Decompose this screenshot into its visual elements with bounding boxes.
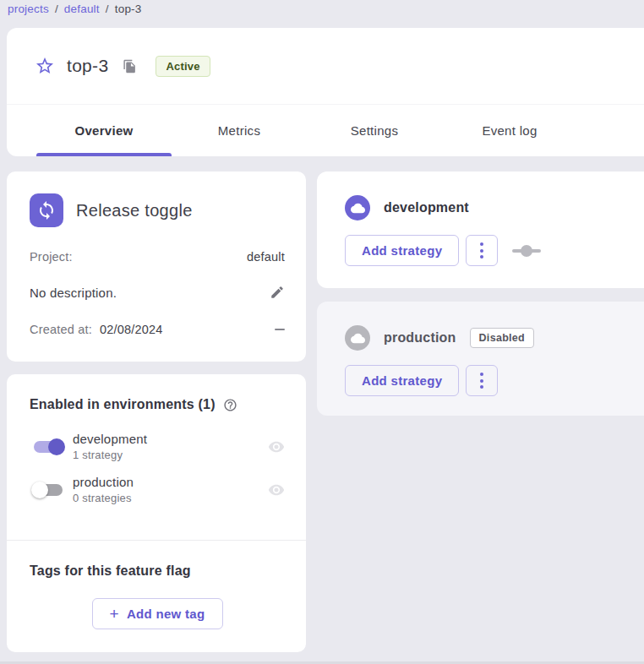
- collapse-button[interactable]: [275, 329, 285, 330]
- help-icon[interactable]: [223, 398, 237, 412]
- minus-icon: [275, 329, 285, 330]
- page-title: top-3: [67, 56, 108, 76]
- copy-icon[interactable]: [123, 58, 138, 73]
- eye-icon[interactable]: [268, 438, 285, 455]
- kebab-icon: [480, 242, 483, 246]
- eye-icon[interactable]: [268, 482, 285, 498]
- connector-node-icon: [512, 245, 541, 257]
- environment-panel-name: production: [384, 330, 456, 346]
- environment-strategy-count: 0 strategies: [73, 492, 268, 504]
- environments-title: Enabled in environments (1): [30, 397, 216, 412]
- release-toggle-icon: [30, 193, 63, 227]
- cloud-icon: [345, 325, 370, 351]
- project-row: Project: default: [7, 250, 306, 264]
- breadcrumb-current: top-3: [115, 3, 142, 15]
- created-at-value: 02/08/2024: [100, 323, 163, 336]
- description-text: No description.: [30, 286, 117, 300]
- add-strategy-button[interactable]: Add strategy: [345, 235, 459, 266]
- production-environment-panel: production Disabled Add strategy: [317, 302, 644, 416]
- flag-type-row: Release toggle: [7, 171, 306, 227]
- flag-type-label: Release toggle: [76, 201, 193, 220]
- environment-strategy-count: 1 strategy: [73, 449, 268, 461]
- more-options-button[interactable]: [466, 365, 498, 396]
- environment-name: development: [73, 432, 268, 446]
- development-environment-panel: development Add strategy: [317, 171, 644, 288]
- tab-bar: Overview Metrics Settings Event log: [7, 104, 644, 156]
- project-label: Project:: [30, 250, 73, 264]
- breadcrumb-link-projects[interactable]: projects: [8, 3, 49, 15]
- more-options-button[interactable]: [466, 235, 498, 266]
- flag-details-card: Release toggle Project: default No descr…: [7, 171, 306, 362]
- breadcrumb-separator: /: [106, 3, 109, 15]
- production-toggle[interactable]: [30, 480, 67, 500]
- description-row: No description.: [7, 285, 306, 300]
- project-value: default: [247, 250, 285, 264]
- created-at-row: Created at: 02/08/2024: [7, 323, 306, 336]
- tab-settings[interactable]: Settings: [307, 105, 442, 156]
- tab-metrics[interactable]: Metrics: [172, 105, 307, 156]
- tab-overview[interactable]: Overview: [36, 105, 172, 156]
- environment-row-production: production 0 strategies: [30, 475, 285, 504]
- pencil-icon: [270, 285, 285, 300]
- add-strategy-button[interactable]: Add strategy: [345, 365, 459, 396]
- status-badge: Active: [156, 56, 210, 77]
- breadcrumb-separator: /: [55, 3, 58, 15]
- tags-section: Tags for this feature flag + Add new tag: [7, 541, 306, 629]
- environment-row-development: development 1 strategy: [30, 432, 285, 461]
- add-new-tag-button[interactable]: + Add new tag: [92, 598, 223, 629]
- tab-event-log[interactable]: Event log: [442, 105, 577, 156]
- kebab-icon: [480, 373, 483, 376]
- breadcrumb: projects / default / top-3: [8, 3, 142, 15]
- enabled-environments-section: Enabled in environments (1) development …: [7, 374, 306, 540]
- tags-title: Tags for this feature flag: [30, 563, 285, 579]
- breadcrumb-link-default[interactable]: default: [64, 3, 100, 15]
- feature-title-row: top-3 Active: [7, 28, 644, 104]
- disabled-badge: Disabled: [470, 328, 535, 348]
- development-toggle[interactable]: [30, 437, 67, 457]
- environments-card: Enabled in environments (1) development …: [7, 374, 306, 652]
- environment-panel-name: development: [384, 200, 469, 215]
- edit-description-button[interactable]: [270, 285, 285, 300]
- cloud-icon: [345, 195, 370, 220]
- created-at-label: Created at:: [30, 323, 92, 336]
- favorite-star-icon[interactable]: [35, 56, 55, 76]
- environment-name: production: [73, 475, 268, 489]
- plus-icon: +: [110, 606, 119, 622]
- feature-header-card: top-3 Active Overview Metrics Settings E…: [7, 28, 644, 156]
